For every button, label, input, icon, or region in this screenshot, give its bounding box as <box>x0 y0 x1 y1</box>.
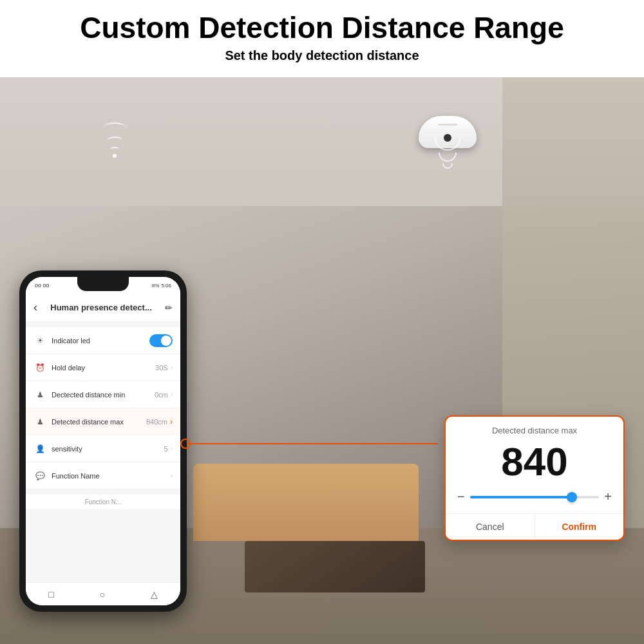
function-name-section: Function N... <box>26 495 180 509</box>
coffee-table <box>245 541 425 592</box>
distance-min-icon: ♟ <box>33 388 46 401</box>
wifi-signal <box>103 122 126 158</box>
wifi-dot <box>113 154 117 158</box>
popup-slider-row: − + <box>446 487 623 513</box>
popup-buttons: Cancel Confirm <box>446 513 623 540</box>
popup-title: Detected distance max <box>446 417 623 438</box>
sensitivity-label: sensitivity <box>52 445 164 453</box>
nav-triangle-icon[interactable]: △ <box>151 589 158 600</box>
phone-menu-list: ☀ Indicator led ⏰ Hold delay 30S › <box>26 327 180 489</box>
sensor-device <box>419 116 477 151</box>
time-text: 5:06 <box>161 283 171 289</box>
sofa <box>193 464 419 541</box>
distance-min-value: 0cm <box>155 391 168 399</box>
battery-text: 8% <box>152 283 160 289</box>
hold-delay-value: 30S <box>155 364 168 372</box>
sensor-wave-large <box>435 138 460 151</box>
distance-max-icon: ♟ <box>33 415 46 428</box>
edit-icon[interactable]: ✏ <box>165 303 173 313</box>
sensor-line <box>438 124 457 126</box>
function-name-arrow-icon: › <box>171 472 173 479</box>
distance-min-arrow-icon: › <box>171 391 173 398</box>
distance-max-arrow-icon: › <box>170 417 173 426</box>
slider-plus-button[interactable]: + <box>604 489 612 504</box>
toggle-thumb <box>161 336 171 346</box>
slider-minus-button[interactable]: − <box>457 489 465 504</box>
cancel-button[interactable]: Cancel <box>446 514 535 540</box>
header-section: Custom Detection Distance Range Set the … <box>0 0 644 67</box>
sensor-wave-medium <box>439 153 457 162</box>
slider-thumb[interactable] <box>567 492 577 502</box>
phone-bottom-nav: □ ○ △ <box>26 582 180 605</box>
function-name-icon: 💬 <box>33 469 46 482</box>
function-footer-text: Function N... <box>26 495 180 509</box>
back-arrow-icon[interactable]: ‹ <box>33 301 37 314</box>
wifi-arc-large <box>103 122 126 134</box>
sensitivity-value: 5 <box>164 445 168 453</box>
phone-app-header: ‹ Human presence detect... ✏ <box>26 294 180 322</box>
sub-title: Set the body detection distance <box>13 48 631 63</box>
sensor-waves <box>435 138 460 171</box>
menu-item-distance-min[interactable]: ♟ Dectected distance min 0cm › <box>26 381 180 408</box>
menu-item-hold-delay[interactable]: ⏰ Hold delay 30S › <box>26 354 180 381</box>
slider-fill <box>470 496 571 498</box>
sensor-wave-small <box>442 164 453 169</box>
menu-item-function-name[interactable]: 💬 Function Name › <box>26 462 180 489</box>
phone-screen: oo oo 8% 5:06 ‹ Human presence detect...… <box>26 277 180 605</box>
page-wrapper: Custom Detection Distance Range Set the … <box>0 0 644 644</box>
phone-container: oo oo 8% 5:06 ‹ Human presence detect...… <box>19 270 187 612</box>
phone-status-icons: 8% 5:06 <box>152 283 171 289</box>
indicator-led-toggle[interactable] <box>149 334 173 347</box>
status-left: oo oo <box>35 282 50 289</box>
menu-item-distance-max[interactable]: ♟ Detected distance max 840cm › <box>26 408 180 435</box>
distance-max-value: 840cm <box>146 418 167 426</box>
main-title: Custom Detection Distance Range <box>13 12 631 44</box>
sensitivity-arrow-icon: › <box>171 445 173 452</box>
hold-delay-icon: ⏰ <box>33 361 46 374</box>
app-title: Human presence detect... <box>43 303 160 312</box>
wifi-arc-small <box>110 147 119 151</box>
popup-value: 840 <box>446 438 623 487</box>
distance-max-label: Detected distance max <box>52 418 146 426</box>
nav-circle-icon[interactable]: ○ <box>100 589 105 600</box>
phone-outer: oo oo 8% 5:06 ‹ Human presence detect...… <box>19 270 187 612</box>
indicator-led-label: Indicator led <box>52 337 149 345</box>
menu-item-indicator-led[interactable]: ☀ Indicator led <box>26 327 180 354</box>
nav-square-icon[interactable]: □ <box>48 589 53 600</box>
slider-track[interactable] <box>470 496 600 498</box>
indicator-led-icon: ☀ <box>33 334 46 347</box>
sensitivity-icon: 👤 <box>33 442 46 455</box>
wifi-arc-medium <box>107 137 122 144</box>
function-name-label: Function Name <box>52 472 171 480</box>
hold-delay-label: Hold delay <box>52 364 155 372</box>
phone-notch <box>77 277 129 291</box>
confirm-button[interactable]: Confirm <box>535 514 624 540</box>
popup-dialog: Detected distance max 840 − + Cancel Con… <box>444 415 625 541</box>
hold-delay-arrow-icon: › <box>171 364 173 371</box>
menu-item-sensitivity[interactable]: 👤 sensitivity 5 › <box>26 435 180 462</box>
distance-min-label: Dectected distance min <box>52 391 155 399</box>
connector-line <box>187 443 438 444</box>
